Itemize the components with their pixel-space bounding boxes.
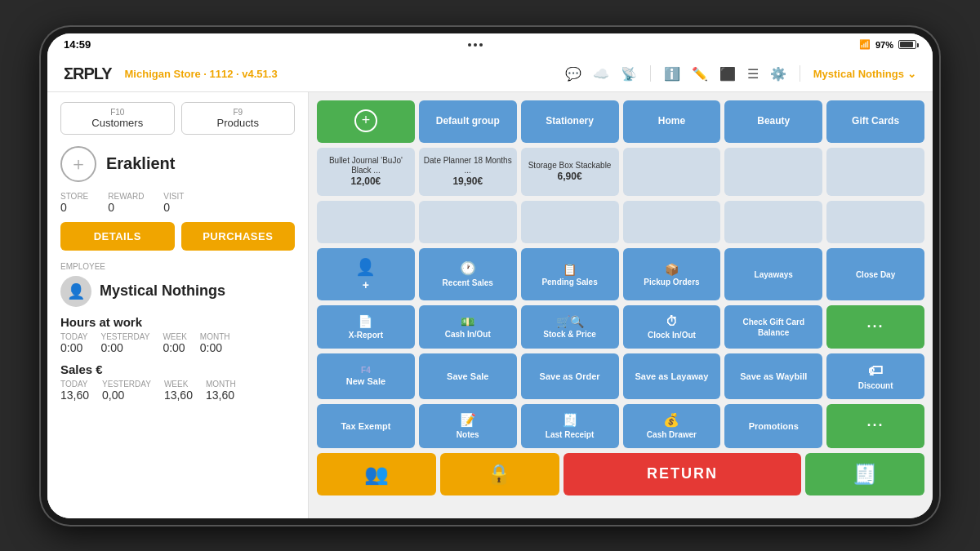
tax-exempt-button[interactable]: Tax Exempt <box>317 404 415 448</box>
hours-title: Hours at work <box>60 315 295 329</box>
status-dots <box>468 43 483 47</box>
receipt-bottom-button[interactable]: 🧾 <box>805 453 924 495</box>
left-panel: F10 Customers F9 Products ＋ Eraklient ST… <box>47 92 309 518</box>
action-row-4: Tax Exempt 📝 Notes 🧾 Last Receipt 💰 Cash… <box>317 404 924 448</box>
header-user[interactable]: Mystical Nothings ⌄ <box>813 68 916 80</box>
product-storage-box[interactable]: Storage Box Stackable 6,90€ <box>521 148 619 197</box>
stat-store: STORE 0 <box>60 192 88 214</box>
status-bar: 14:59 📶 97% <box>47 33 933 56</box>
customer-stats: STORE 0 REWARD 0 VISIT 0 <box>60 192 295 214</box>
return-button[interactable]: RETURN <box>564 453 802 495</box>
stationery-button[interactable]: Stationery <box>521 100 619 143</box>
empty-5[interactable] <box>724 201 822 243</box>
employee-label: EMPLOYEE <box>60 262 295 271</box>
cash-in-out-button[interactable]: 💵 Cash In/Out <box>419 305 517 349</box>
stock-price-button[interactable]: 🛒🔍 Stock & Price <box>521 305 619 349</box>
bottom-action-row: 👥 🔒 RETURN 🧾 <box>317 453 924 495</box>
save-as-order-button[interactable]: Save as Order <box>521 353 619 399</box>
clock-in-out-button[interactable]: ⏱ Clock In/Out <box>623 305 721 349</box>
last-receipt-button[interactable]: 🧾 Last Receipt <box>521 404 619 448</box>
info-icon[interactable]: ℹ️ <box>664 66 680 82</box>
product-empty-1[interactable] <box>623 148 721 197</box>
recent-sales-button[interactable]: 🕐 Recent Sales <box>419 248 517 300</box>
save-as-waybill-button[interactable]: Save as Waybill <box>724 353 822 399</box>
add-customer-button[interactable]: ＋ <box>60 146 96 182</box>
status-time: 14:59 <box>64 38 91 51</box>
category-row: + Default group Stationery Home Beauty G… <box>317 100 924 143</box>
x-report-button[interactable]: 📄 X-Report <box>317 305 415 349</box>
product-date-planner[interactable]: Date Planner 18 Months ... 19,90€ <box>419 148 517 197</box>
save-as-layaway-button[interactable]: Save as Layaway <box>623 353 721 399</box>
customer-action-buttons: DETAILS PURCHASES <box>60 222 295 251</box>
employee-name: Mystical Nothings <box>100 282 225 300</box>
customers-shortcut[interactable]: F10 Customers <box>60 102 175 135</box>
customers-bottom-button[interactable]: 👥 <box>317 453 436 495</box>
pending-sales-button[interactable]: 📋 Pending Sales <box>521 248 619 300</box>
action-row-3: F4 New Sale Save Sale Save as Order Save… <box>317 353 924 399</box>
stat-visit: VISIT 0 <box>163 192 184 214</box>
edit-icon[interactable]: ✏️ <box>692 66 708 82</box>
empty-1[interactable] <box>317 201 415 243</box>
purchases-button[interactable]: PURCHASES <box>181 222 296 251</box>
products-row: Bullet Journal 'BuJo' Black ... 12,00€ D… <box>317 148 924 197</box>
notes-button[interactable]: 📝 Notes <box>419 404 517 448</box>
add-button[interactable]: + <box>317 100 415 143</box>
wifi-icon: 📶 <box>859 39 871 50</box>
header-icons: 💬 ☁️ 📡 ℹ️ ✏️ ⬛ ☰ ⚙️ Mystical Nothings ⌄ <box>565 65 916 82</box>
menu-icon[interactable]: ☰ <box>747 66 759 82</box>
promotions-button[interactable]: Promotions <box>724 404 822 448</box>
product-bullet-journal[interactable]: Bullet Journal 'BuJo' Black ... 12,00€ <box>317 148 415 197</box>
product-empty-3[interactable] <box>826 148 924 197</box>
gift-cards-button[interactable]: Gift Cards <box>826 100 924 143</box>
sales-section: Sales € TODAY 13,60 YESTERDAY 0,00 WEEK <box>60 362 295 402</box>
discount-button[interactable]: 🏷 Discount <box>826 353 924 399</box>
new-sale-button[interactable]: F4 New Sale <box>317 353 415 399</box>
wifi-bars-icon[interactable]: 📡 <box>621 66 637 82</box>
logo: ΣRPLY <box>64 64 112 83</box>
lock-button[interactable]: 🔒 <box>440 453 559 495</box>
default-group-button[interactable]: Default group <box>419 100 517 143</box>
main-content: F10 Customers F9 Products ＋ Eraklient ST… <box>47 92 933 518</box>
employee-section: EMPLOYEE 👤 Mystical Nothings <box>60 262 295 307</box>
details-button[interactable]: DETAILS <box>60 222 175 251</box>
pickup-orders-button[interactable]: 📦 Pickup Orders <box>623 248 721 300</box>
store-info: Michigan Store · 1112 · v4.51.3 <box>125 68 278 80</box>
stat-reward: REWARD 0 <box>108 192 144 214</box>
chat-icon[interactable]: 💬 <box>565 66 581 82</box>
action-row-1: 👤+ 🕐 Recent Sales 📋 Pending Sales 📦 Pick… <box>317 248 924 300</box>
employee-avatar: 👤 <box>60 276 91 307</box>
layaways-button[interactable]: Layaways <box>724 248 822 300</box>
more-button-1[interactable]: ··· <box>826 305 924 349</box>
cloud-icon[interactable]: ☁️ <box>593 66 609 82</box>
cash-drawer-button[interactable]: 💰 Cash Drawer <box>623 404 721 448</box>
user-name: Mystical Nothings <box>813 68 904 80</box>
check-gift-card-button[interactable]: Check Gift Card Balance <box>724 305 822 349</box>
right-panel: + Default group Stationery Home Beauty G… <box>309 92 933 518</box>
products-shortcut[interactable]: F9 Products <box>181 102 296 135</box>
action-row-2: 📄 X-Report 💵 Cash In/Out 🛒🔍 Stock & Pric… <box>317 305 924 349</box>
battery-icon <box>898 40 916 49</box>
hours-section: Hours at work TODAY 0:00 YESTERDAY 0:00 … <box>60 315 295 354</box>
beauty-button[interactable]: Beauty <box>724 100 822 143</box>
header: ΣRPLY Michigan Store · 1112 · v4.51.3 💬 … <box>47 56 933 92</box>
home-button[interactable]: Home <box>623 100 721 143</box>
customer-name: Eraklient <box>106 154 175 173</box>
empty-3[interactable] <box>521 201 619 243</box>
sales-title: Sales € <box>60 362 295 376</box>
empty-6[interactable] <box>826 201 924 243</box>
tablet-screen: 14:59 📶 97% ΣRPLY Michigan Store · 1112 … <box>47 33 933 518</box>
empty-4[interactable] <box>623 201 721 243</box>
battery-percent: 97% <box>875 40 893 50</box>
status-right: 📶 97% <box>859 39 916 50</box>
more-button-2[interactable]: ··· <box>826 404 924 448</box>
customer-section: ＋ Eraklient <box>60 146 295 182</box>
add-employee-button[interactable]: 👤+ <box>317 248 415 300</box>
settings-icon[interactable]: ⚙️ <box>770 66 786 82</box>
product-empty-2[interactable] <box>724 148 822 197</box>
shortcut-buttons: F10 Customers F9 Products <box>60 102 295 135</box>
save-sale-button[interactable]: Save Sale <box>419 353 517 399</box>
tablet-frame: 14:59 📶 97% ΣRPLY Michigan Store · 1112 … <box>41 27 939 525</box>
columns-icon[interactable]: ⬛ <box>719 66 736 82</box>
close-day-button[interactable]: Close Day <box>826 248 924 300</box>
empty-2[interactable] <box>419 201 517 243</box>
